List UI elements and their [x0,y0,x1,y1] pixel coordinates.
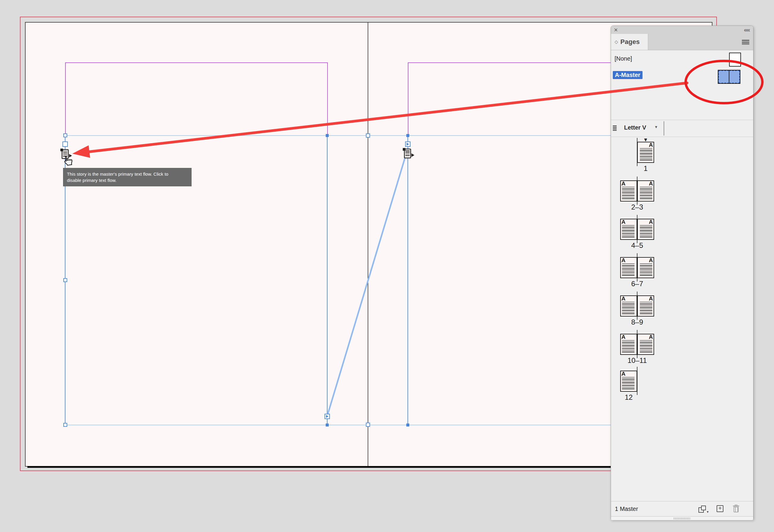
collapse-panel-icon[interactable]: «« [744,26,750,33]
tab-pages-label: Pages [621,38,640,46]
text-frame-middle-right-edge[interactable] [408,135,408,425]
page-thumbnail[interactable]: A [637,334,654,355]
page-number-label[interactable]: 1 [644,164,648,173]
page-thumbnail[interactable]: A [637,295,654,317]
master-badge-label: A [622,334,626,340]
page-number-label[interactable]: 8–9 [631,318,643,326]
thumbnail-text-lines [640,225,652,238]
handle-bottom-spine[interactable] [366,423,370,427]
anchor-square-glyph [60,149,63,151]
thumbnail-text-lines [640,263,652,276]
chevron-down-icon[interactable]: ▾ [655,124,657,130]
handle-mid-left[interactable] [63,278,67,282]
page-thumbnail[interactable]: A [637,257,654,278]
margin-guide-top-left-page [65,62,328,63]
master-badge-label: A [649,219,653,225]
thumbnail-text-lines [622,263,635,276]
text-lines-glyph [405,150,410,156]
out-port-left-frame[interactable] [325,414,330,419]
thumbnail-text-lines [622,225,635,238]
page-size-front-glyph [701,506,706,510]
master-badge-label: A [622,181,626,186]
master-item-a-master-label[interactable]: A-Master [613,71,643,79]
panel-resize-grip[interactable] [611,516,753,520]
margin-guide-top-right-page [408,62,614,63]
master-item-none-label[interactable]: [None] [615,55,632,62]
handle-top-spine[interactable] [366,133,370,138]
margin-guide-left [65,62,66,136]
primary-text-flow-icon-right[interactable] [404,149,411,158]
handle-bottom-mid-right[interactable] [406,424,409,426]
page-thumbnail[interactable]: A [620,219,637,240]
page-thumbnail[interactable]: A [637,142,654,163]
anchor-square-glyph [403,148,405,151]
page-number-label[interactable]: 2–3 [631,203,643,211]
tab-diamond-icon: ◇ [615,39,618,45]
indesign-workspace: This story is the master's primary text … [0,0,774,532]
thread-in-triangle-icon [407,143,409,146]
master-badge-label: A [649,296,653,301]
thumbnail-text-lines [622,187,635,200]
tab-pages[interactable]: ◇ Pages [611,34,648,50]
page-thumbnail[interactable]: A [620,180,637,202]
edit-page-size-icon[interactable]: ▾ [699,506,709,513]
master-badge-label: A [649,181,653,186]
master-thumb-left-page [718,70,729,83]
spread-spine [368,22,368,466]
panel-menu-icon[interactable] [742,40,749,45]
master-thumb-right-page [729,70,740,83]
handle-bottom-mid-left[interactable] [326,424,329,426]
page-number-label[interactable]: 10–11 [628,356,647,365]
master-badge-label: A [649,257,653,263]
page-thumbnail[interactable]: A [637,219,654,240]
close-icon[interactable]: × [614,26,618,34]
thread-out-triangle-icon [326,415,328,418]
margin-guide-right-page-left [408,62,408,136]
master-spread-page[interactable] [25,22,712,467]
primary-text-flow-tooltip: This story is the master's primary text … [63,168,191,186]
new-page-icon[interactable]: + [717,505,723,512]
page-number-label[interactable]: 6–7 [631,280,643,288]
text-frame-top-edge[interactable] [65,135,614,136]
thumbnail-text-lines [622,340,635,353]
trash-lid-glyph [733,506,739,506]
thumbnail-text-lines [640,148,652,161]
size-bar-divider [664,121,664,136]
page-thumbnail[interactable]: A [620,295,637,317]
page-size-caret-glyph: ▾ [707,510,709,514]
page-size-label[interactable]: Letter V [624,124,646,131]
trash-body-glyph [734,507,739,512]
page-thumbnail[interactable]: A [620,257,637,278]
tooltip-line-1: This story is the master's primary text … [67,171,188,177]
master-badge-label: A [649,334,653,340]
grip-ticks-icon [674,517,690,520]
panel-title-bar: × «« [611,26,753,34]
in-port-right-frame[interactable] [405,141,410,147]
list-view-icon[interactable] [613,125,617,131]
page-thumbnail[interactable]: A [620,371,637,392]
handle-bottom-left[interactable] [63,423,67,427]
in-port-left-frame[interactable] [62,141,68,147]
page-number-label[interactable]: 12 [625,393,633,402]
handle-top-left[interactable] [63,133,67,137]
thumbnail-text-lines [640,187,652,200]
master-badge-label: A [622,257,626,263]
panel-tab-row: ◇ Pages [611,34,753,50]
master-badge-label: A [622,371,626,377]
margin-guide-left-page-right [327,62,328,136]
current-spread-indicator-icon: ▼ [643,137,648,143]
page-size-bar: Letter V ▾ [611,120,753,137]
text-frame-middle-left-edge[interactable] [327,135,328,425]
delete-page-icon[interactable] [733,505,739,513]
tooltip-line-2: disable primary text flow. [67,177,188,183]
handle-top-mid-left[interactable] [326,134,329,137]
page-thumbnail[interactable]: A [637,180,654,202]
master-a-master-thumbnail[interactable] [718,70,740,84]
text-frame-bottom-edge[interactable] [65,425,614,425]
master-none-thumbnail[interactable] [729,53,741,67]
page-number-label[interactable]: 4–5 [631,241,643,250]
handle-top-mid-right[interactable] [406,134,409,137]
thumbnail-text-lines [640,302,652,315]
flow-arrow-glyph [411,153,414,157]
page-thumbnail[interactable]: A [620,334,637,355]
